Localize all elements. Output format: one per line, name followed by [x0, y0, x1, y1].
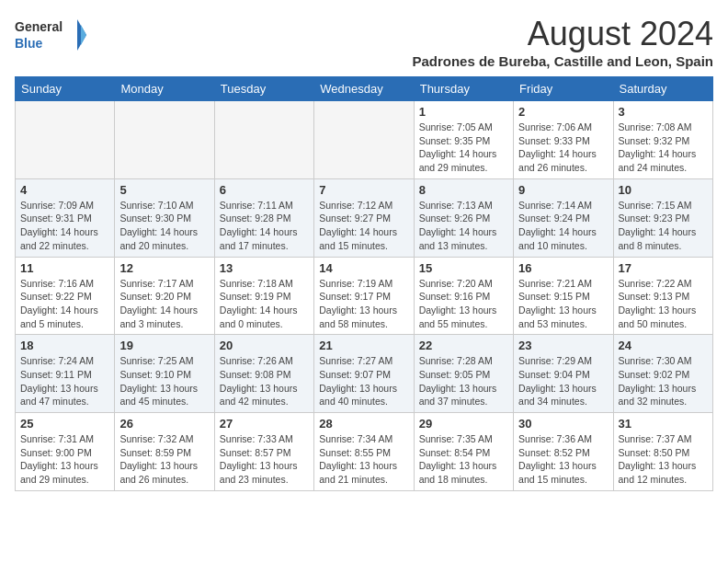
weekday-header: Friday [514, 77, 613, 101]
day-number: 20 [220, 339, 309, 352]
calendar-cell: 1Sunrise: 7:05 AM Sunset: 9:35 PM Daylig… [414, 101, 513, 179]
day-number: 15 [419, 261, 508, 275]
calendar-cell: 10Sunrise: 7:15 AM Sunset: 9:23 PM Dayli… [613, 178, 712, 257]
day-number: 13 [220, 261, 309, 275]
calendar-cell: 9Sunrise: 7:14 AM Sunset: 9:24 PM Daylig… [514, 178, 613, 257]
calendar-cell: 31Sunrise: 7:37 AM Sunset: 8:50 PM Dayli… [613, 413, 712, 491]
day-number: 21 [319, 339, 408, 352]
day-info: Sunrise: 7:30 AM Sunset: 9:02 PM Dayligh… [619, 354, 708, 408]
weekday-header: Sunday [16, 77, 115, 101]
calendar-cell: 27Sunrise: 7:33 AM Sunset: 8:57 PM Dayli… [214, 413, 313, 491]
day-info: Sunrise: 7:26 AM Sunset: 9:08 PM Dayligh… [220, 354, 309, 408]
day-number: 28 [319, 417, 408, 431]
calendar-cell: 2Sunrise: 7:06 AM Sunset: 9:33 PM Daylig… [514, 101, 613, 179]
day-number: 24 [619, 339, 708, 352]
calendar-cell: 7Sunrise: 7:12 AM Sunset: 9:27 PM Daylig… [314, 178, 414, 257]
day-number: 14 [319, 261, 408, 275]
weekday-header-row: SundayMondayTuesdayWednesdayThursdayFrid… [16, 77, 713, 101]
day-number: 3 [619, 105, 708, 119]
calendar-cell: 23Sunrise: 7:29 AM Sunset: 9:04 PM Dayli… [514, 335, 613, 413]
calendar-week-row: 1Sunrise: 7:05 AM Sunset: 9:35 PM Daylig… [16, 101, 713, 179]
calendar-cell [214, 101, 313, 179]
calendar-table: SundayMondayTuesdayWednesdayThursdayFrid… [15, 76, 713, 491]
day-info: Sunrise: 7:11 AM Sunset: 9:28 PM Dayligh… [220, 199, 309, 253]
svg-text:Blue: Blue [15, 36, 43, 51]
calendar-cell: 30Sunrise: 7:36 AM Sunset: 8:52 PM Dayli… [514, 413, 613, 491]
weekday-header: Tuesday [214, 77, 313, 101]
day-number: 11 [20, 261, 109, 275]
day-info: Sunrise: 7:33 AM Sunset: 8:57 PM Dayligh… [220, 432, 309, 487]
day-number: 1 [419, 105, 508, 119]
main-title: August 2024 [412, 15, 713, 53]
calendar-cell: 26Sunrise: 7:32 AM Sunset: 8:59 PM Dayli… [115, 413, 214, 491]
day-number: 4 [20, 183, 109, 197]
day-number: 31 [619, 417, 708, 431]
calendar-cell [16, 101, 115, 179]
calendar-cell: 11Sunrise: 7:16 AM Sunset: 9:22 PM Dayli… [16, 257, 115, 335]
day-info: Sunrise: 7:18 AM Sunset: 9:19 PM Dayligh… [220, 277, 309, 331]
calendar-week-row: 11Sunrise: 7:16 AM Sunset: 9:22 PM Dayli… [16, 257, 713, 335]
day-info: Sunrise: 7:29 AM Sunset: 9:04 PM Dayligh… [518, 354, 608, 408]
calendar-cell: 28Sunrise: 7:34 AM Sunset: 8:55 PM Dayli… [314, 413, 414, 491]
calendar-cell [115, 101, 214, 179]
title-block: August 2024 Padrones de Bureba, Castille… [412, 15, 713, 69]
day-info: Sunrise: 7:09 AM Sunset: 9:31 PM Dayligh… [20, 199, 109, 253]
day-info: Sunrise: 7:12 AM Sunset: 9:27 PM Dayligh… [319, 199, 408, 253]
logo: General Blue [15, 15, 88, 56]
day-number: 5 [119, 183, 209, 197]
calendar-cell: 29Sunrise: 7:35 AM Sunset: 8:54 PM Dayli… [414, 413, 513, 491]
weekday-header: Saturday [613, 77, 712, 101]
calendar-cell: 6Sunrise: 7:11 AM Sunset: 9:28 PM Daylig… [214, 178, 313, 257]
day-info: Sunrise: 7:13 AM Sunset: 9:26 PM Dayligh… [419, 199, 508, 253]
day-info: Sunrise: 7:14 AM Sunset: 9:24 PM Dayligh… [518, 199, 608, 253]
day-number: 17 [619, 261, 708, 275]
day-number: 9 [518, 183, 608, 197]
calendar-cell: 5Sunrise: 7:10 AM Sunset: 9:30 PM Daylig… [115, 178, 214, 257]
calendar-cell: 22Sunrise: 7:28 AM Sunset: 9:05 PM Dayli… [414, 335, 513, 413]
day-number: 26 [119, 417, 209, 431]
calendar-cell: 8Sunrise: 7:13 AM Sunset: 9:26 PM Daylig… [414, 178, 513, 257]
calendar-cell: 21Sunrise: 7:27 AM Sunset: 9:07 PM Dayli… [314, 335, 414, 413]
day-info: Sunrise: 7:19 AM Sunset: 9:17 PM Dayligh… [319, 277, 408, 331]
day-number: 6 [220, 183, 309, 197]
day-info: Sunrise: 7:34 AM Sunset: 8:55 PM Dayligh… [319, 432, 408, 487]
calendar-cell: 3Sunrise: 7:08 AM Sunset: 9:32 PM Daylig… [613, 101, 712, 179]
calendar-cell: 25Sunrise: 7:31 AM Sunset: 9:00 PM Dayli… [16, 413, 115, 491]
calendar-cell: 13Sunrise: 7:18 AM Sunset: 9:19 PM Dayli… [214, 257, 313, 335]
subtitle: Padrones de Bureba, Castille and Leon, S… [412, 53, 713, 69]
svg-marker-3 [81, 25, 86, 45]
day-number: 18 [20, 339, 109, 352]
day-info: Sunrise: 7:36 AM Sunset: 8:52 PM Dayligh… [518, 432, 608, 487]
day-number: 7 [319, 183, 408, 197]
day-info: Sunrise: 7:16 AM Sunset: 9:22 PM Dayligh… [20, 277, 109, 331]
day-number: 16 [518, 261, 608, 275]
page-header: General Blue August 2024 Padrones de Bur… [15, 15, 713, 69]
day-info: Sunrise: 7:27 AM Sunset: 9:07 PM Dayligh… [319, 354, 408, 408]
day-number: 30 [518, 417, 608, 431]
calendar-cell: 12Sunrise: 7:17 AM Sunset: 9:20 PM Dayli… [115, 257, 214, 335]
weekday-header: Wednesday [314, 77, 414, 101]
day-number: 12 [119, 261, 209, 275]
calendar-week-row: 4Sunrise: 7:09 AM Sunset: 9:31 PM Daylig… [16, 178, 713, 257]
day-info: Sunrise: 7:24 AM Sunset: 9:11 PM Dayligh… [20, 354, 109, 408]
day-info: Sunrise: 7:10 AM Sunset: 9:30 PM Dayligh… [119, 199, 209, 253]
day-number: 2 [518, 105, 608, 119]
calendar-week-row: 25Sunrise: 7:31 AM Sunset: 9:00 PM Dayli… [16, 413, 713, 491]
day-info: Sunrise: 7:15 AM Sunset: 9:23 PM Dayligh… [619, 199, 708, 253]
day-number: 25 [20, 417, 109, 431]
day-number: 10 [619, 183, 708, 197]
day-info: Sunrise: 7:25 AM Sunset: 9:10 PM Dayligh… [119, 354, 209, 408]
day-number: 8 [419, 183, 508, 197]
calendar-week-row: 18Sunrise: 7:24 AM Sunset: 9:11 PM Dayli… [16, 335, 713, 413]
calendar-cell: 16Sunrise: 7:21 AM Sunset: 9:15 PM Dayli… [514, 257, 613, 335]
logo-icon: General Blue [15, 15, 88, 56]
day-number: 29 [419, 417, 508, 431]
day-info: Sunrise: 7:20 AM Sunset: 9:16 PM Dayligh… [419, 277, 508, 331]
day-number: 23 [518, 339, 608, 352]
calendar-cell: 17Sunrise: 7:22 AM Sunset: 9:13 PM Dayli… [613, 257, 712, 335]
day-info: Sunrise: 7:37 AM Sunset: 8:50 PM Dayligh… [619, 432, 708, 487]
day-info: Sunrise: 7:31 AM Sunset: 9:00 PM Dayligh… [20, 432, 109, 487]
day-info: Sunrise: 7:21 AM Sunset: 9:15 PM Dayligh… [518, 277, 608, 331]
day-number: 19 [119, 339, 209, 352]
day-info: Sunrise: 7:17 AM Sunset: 9:20 PM Dayligh… [119, 277, 209, 331]
